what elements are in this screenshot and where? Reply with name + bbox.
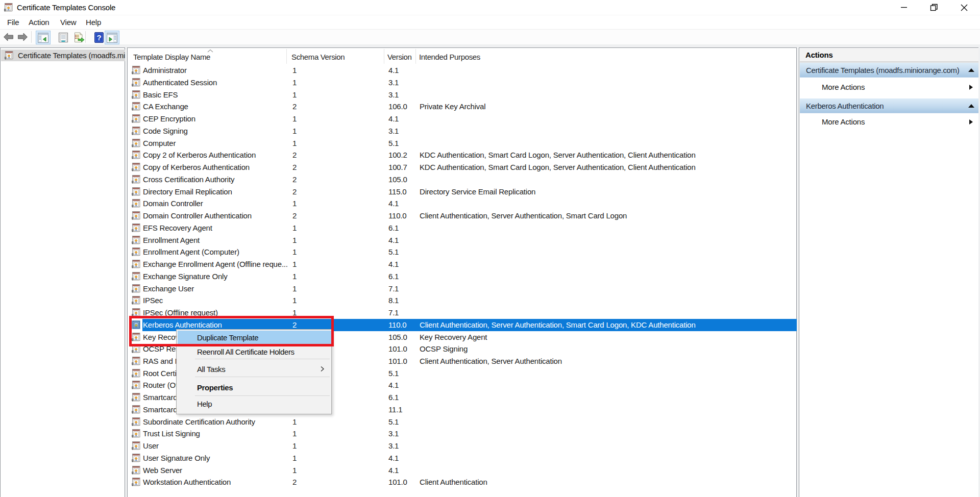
svg-text:?: ? [96,33,101,42]
